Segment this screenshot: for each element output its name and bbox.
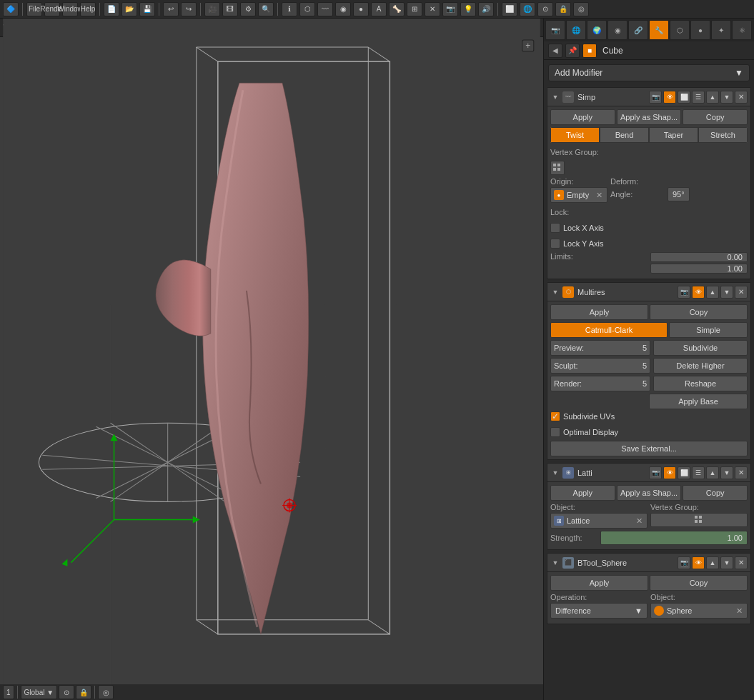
metaball-btn[interactable]: ● [353,2,369,16]
open-btn[interactable]: 📂 [121,2,137,16]
delete-higher-btn[interactable]: Delete Higher [653,358,748,374]
mod-lattice-render[interactable]: ⬜ [678,466,690,479]
mod-simp-edit-icon[interactable]: ☰ [692,91,705,104]
mod-btool-eye[interactable]: 👁 [692,556,705,569]
save-btn[interactable]: 💾 [139,2,155,16]
mod-simp-eye-icon[interactable]: 👁 [663,91,676,104]
btool-obj-field[interactable]: Sphere ✕ [650,603,748,619]
pivot-btn[interactable]: ⊙ [537,2,553,16]
curve-btn[interactable]: 〰 [317,2,333,16]
mod-lattice-dn[interactable]: ▼ [720,466,733,479]
mod-simp-up[interactable]: ▲ [706,91,719,104]
mod-simp-close[interactable]: ✕ [735,91,748,104]
tab-bend[interactable]: Bend [600,127,649,143]
mod-lattice-edit[interactable]: ☰ [692,466,705,479]
mod-lattice-collapse[interactable]: ▼ [550,468,560,478]
mod-lattice-up[interactable]: ▲ [706,466,719,479]
global-space-btn[interactable]: 🌐 [520,2,535,16]
frame-num[interactable]: 1 [3,685,14,699]
lock-y-checkbox[interactable] [550,239,560,249]
mod-btool-dn[interactable]: ▼ [720,556,733,569]
sculpt-stepper[interactable]: Sculpt: 5 [550,358,650,374]
modifiers-tab[interactable]: 🔧 [649,20,669,40]
subdivide-btn[interactable]: Subdivide [653,340,748,356]
optimal-display-checkbox[interactable] [550,427,560,437]
add-modifier-button[interactable]: Add Modifier ▼ [548,64,750,81]
particles-tab[interactable]: ✦ [711,20,731,40]
proportional-btn[interactable]: ◎ [573,2,589,16]
mod-btool-apply-btn[interactable]: Apply [550,575,648,591]
lattice-icon-btn[interactable]: ⊞ [407,2,422,16]
proportional-edit[interactable]: ◎ [98,685,114,699]
blender-logo-btn[interactable]: 🔷 [3,2,19,16]
mod-btool-collapse[interactable]: ▼ [550,558,560,568]
mod-lattice-close[interactable]: ✕ [735,466,748,479]
mod-simp-render-icon[interactable]: ⬜ [678,91,690,104]
window-menu-btn[interactable]: Window [62,2,78,16]
material-tab[interactable]: ● [690,20,710,40]
pivot-center-btn[interactable]: ⊙ [59,685,74,699]
mod-multires-eye[interactable]: 👁 [692,286,705,299]
mod-btool-camera[interactable]: 📷 [678,556,690,569]
mod-btool-close[interactable]: ✕ [735,556,748,569]
mod-lattice-apply-btn[interactable]: Apply [550,485,615,501]
armature-btn[interactable]: 🦴 [389,2,405,16]
speaker-btn[interactable]: 🔊 [478,2,494,16]
mod-multires-dn[interactable]: ▼ [720,286,733,299]
reshape-btn[interactable]: Reshape [653,376,748,391]
btool-obj-clear[interactable]: ✕ [734,606,744,616]
mod-lattice-camera[interactable]: 📷 [649,466,662,479]
mod-multires-apply-btn[interactable]: Apply [550,304,648,320]
preview-stepper[interactable]: Preview: 5 [550,340,650,356]
object-tab[interactable]: ◉ [607,20,627,40]
origin-clear-btn[interactable]: ✕ [594,190,604,200]
info-btn[interactable]: ℹ [282,2,297,16]
props-pin[interactable]: 📌 [565,44,580,58]
render-tab[interactable]: 📷 [545,20,565,40]
limit-low-field[interactable]: 0.00 [650,252,748,262]
undo-btn[interactable]: ↩ [163,2,179,16]
world-tab[interactable]: 🌍 [587,20,607,40]
limit-high-field[interactable]: 1.00 [650,264,748,274]
constraints-tab[interactable]: 🔗 [628,20,648,40]
mod-simp-copy-btn[interactable]: Copy [683,109,748,125]
anim-icon-btn[interactable]: 🎞 [222,2,238,16]
scene-tab[interactable]: 🌐 [566,20,586,40]
mod-multires-collapse[interactable]: ▼ [550,287,560,297]
subdivide-uvs-checkbox[interactable]: ✓ [550,411,560,421]
tab-taper[interactable]: Taper [649,127,698,143]
lattice-obj-field[interactable]: ⊞ Lattice ✕ [550,513,648,529]
lattice-vg-picker[interactable] [650,513,748,527]
redo-btn[interactable]: ↪ [181,2,197,16]
lamp-btn[interactable]: 💡 [460,2,476,16]
new-btn[interactable]: 📄 [104,2,119,16]
strength-field[interactable]: 1.00 [600,531,748,545]
mod-multires-up[interactable]: ▲ [706,286,719,299]
lattice-obj-clear[interactable]: ✕ [634,516,644,526]
mod-simp-dn[interactable]: ▼ [720,91,733,104]
mod-multires-copy-btn[interactable]: Copy [650,304,748,320]
origin-field[interactable]: ● Empty ✕ [550,187,607,203]
btool-op-dropdown[interactable]: Difference ▼ [550,603,648,619]
mesh-btn[interactable]: ⬡ [299,2,315,16]
props-nav-left[interactable]: ◀ [548,44,562,58]
global-orient[interactable]: Global ▼ [21,685,58,699]
mod-btool-up[interactable]: ▲ [706,556,719,569]
mod-simp-collapse[interactable]: ▼ [550,92,560,102]
mod-simp-camera-icon[interactable]: 📷 [649,91,662,104]
props-icon-btn[interactable]: ⚙ [240,2,256,16]
tab-stretch[interactable]: Stretch [698,127,748,143]
search-icon-btn[interactable]: 🔍 [258,2,274,16]
mod-simp-apply-btn[interactable]: Apply [550,109,615,125]
tab-twist[interactable]: Twist [550,127,600,143]
object-mode-btn[interactable]: ⬜ [502,2,517,16]
empty-btn[interactable]: ✕ [425,2,440,16]
mod-lattice-copy-btn[interactable]: Copy [683,485,748,501]
snap-toggle[interactable]: 🔒 [76,685,91,699]
save-external-btn[interactable]: Save External... [550,441,748,456]
snap-btn[interactable]: 🔒 [555,2,571,16]
simple-btn[interactable]: Simple [669,322,748,338]
mod-btool-copy-btn[interactable]: Copy [650,575,748,591]
help-menu-btn[interactable]: Help [80,2,96,16]
angle-value[interactable]: 95° [668,187,690,201]
